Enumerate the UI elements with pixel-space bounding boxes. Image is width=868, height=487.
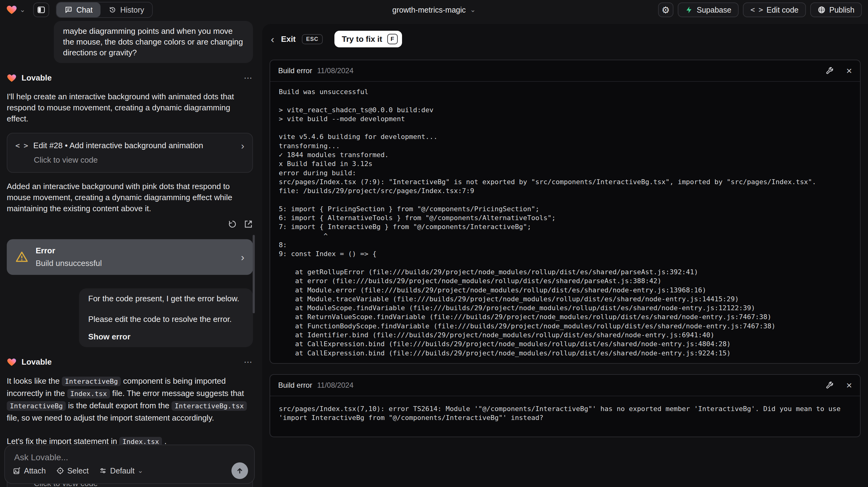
exit-button[interactable]: Exit — [281, 34, 296, 44]
edit-card-title: Edit #28 • Add interactive background an… — [33, 141, 203, 150]
chat-input-dock: Attach Select Default ⌄ — [4, 445, 255, 484]
panel-date: 11/08/2024 — [317, 66, 353, 75]
esc-shortcut-badge: ESC — [302, 34, 323, 44]
build-log: src/pages/Index.tsx(7,10): error TS2614:… — [270, 396, 860, 436]
toggle-sidebar-button[interactable] — [33, 2, 49, 17]
topbar-actions: ⚙ Supabase < > Edit code Publish — [658, 2, 862, 17]
panel-date: 11/08/2024 — [317, 381, 353, 390]
lovable-heart-icon — [6, 4, 17, 16]
user-message: For the code present, I get the error be… — [79, 288, 253, 347]
history-clock-icon — [108, 6, 117, 14]
top-bar: ⌄ Chat History growth-metrics-magic ⌄ ⚙ — [0, 0, 868, 20]
build-error-panel-header: Build error 11/08/2024 × — [270, 375, 860, 396]
tab-chat-label: Chat — [76, 5, 93, 14]
supabase-label: Supabase — [697, 5, 732, 14]
panel-title: Build error — [278, 66, 312, 75]
f-shortcut-badge: F — [387, 34, 398, 44]
chat-scrollbar[interactable] — [253, 235, 255, 313]
settings-button[interactable]: ⚙ — [658, 2, 674, 17]
wrench-fix-icon[interactable] — [825, 66, 834, 75]
chevron-down-icon: ⌄ — [20, 6, 25, 14]
warning-triangle-icon — [16, 250, 28, 264]
lovable-heart-icon — [7, 73, 17, 83]
globe-icon — [817, 6, 826, 14]
wrench-fix-icon[interactable] — [825, 381, 834, 390]
fix-pane-header: ‹ Exit ESC Try to fix it F — [262, 24, 868, 52]
code-brackets-icon: < > — [16, 142, 28, 150]
assistant-name: Lovable — [22, 73, 52, 83]
lovable-app: ⌄ Chat History growth-metrics-magic ⌄ ⚙ — [0, 0, 868, 487]
close-icon[interactable]: × — [846, 381, 852, 389]
arrow-up-icon — [236, 467, 244, 475]
error-card-title: Error — [36, 246, 102, 255]
gear-icon: ⚙ — [661, 5, 670, 16]
panel-left-icon — [37, 5, 45, 14]
chevron-right-icon: › — [241, 142, 244, 150]
publish-button[interactable]: Publish — [810, 2, 862, 17]
chat-bubble-icon — [65, 6, 72, 14]
chevron-left-icon: ‹ — [271, 34, 274, 44]
chevron-down-icon: ⌄ — [138, 467, 143, 475]
error-card[interactable]: Error Build unsuccessful › — [7, 239, 253, 275]
attach-button[interactable]: Attach — [13, 466, 46, 475]
assistant-message-header: Lovable ⋯ — [7, 357, 253, 367]
user-message: maybe diagramming points and when you mo… — [54, 21, 253, 63]
assistant-paragraph: It looks like the InteractiveBg componen… — [7, 375, 253, 424]
chat-history-tabs: Chat History — [56, 2, 153, 18]
restore-refresh-icon[interactable] — [228, 219, 237, 229]
open-external-icon[interactable] — [244, 219, 253, 229]
message-menu-button[interactable]: ⋯ — [244, 73, 253, 83]
supabase-bolt-icon — [685, 6, 693, 14]
chat-sidebar: maybe diagramming points and when you mo… — [0, 20, 260, 487]
assistant-paragraph: Added an interactive background with pin… — [7, 181, 253, 214]
fix-error-pane: ‹ Exit ESC Try to fix it F Build error 1… — [262, 24, 868, 487]
user-message-line: Please edit the code to resolve the erro… — [88, 314, 244, 325]
send-button[interactable] — [231, 462, 248, 479]
lovable-logo-menu[interactable]: ⌄ — [6, 4, 25, 16]
user-message-line: For the code present, I get the error be… — [88, 293, 244, 304]
assistant-paragraph: I'll help create an interactive backgrou… — [7, 91, 253, 124]
publish-label: Publish — [829, 5, 855, 14]
supabase-button[interactable]: Supabase — [678, 2, 739, 17]
message-menu-button[interactable]: ⋯ — [244, 357, 253, 367]
build-log: Build was unsuccessful > vite_react_shad… — [270, 82, 860, 363]
build-error-panel-1: Build error 11/08/2024 × Build was unsuc… — [270, 60, 861, 364]
tab-history-label: History — [120, 5, 144, 14]
try-to-fix-button[interactable]: Try to fix it F — [334, 31, 402, 47]
chevron-down-icon: ⌄ — [470, 6, 475, 14]
try-to-fix-label: Try to fix it — [342, 34, 382, 44]
chevron-right-icon: › — [241, 251, 244, 263]
assistant-message-header: Lovable ⋯ — [7, 73, 253, 83]
model-selector[interactable]: Default ⌄ — [99, 466, 143, 475]
edit-card-subtitle: Click to view code — [34, 155, 244, 165]
tab-history[interactable]: History — [100, 2, 152, 17]
lovable-heart-icon — [7, 357, 17, 367]
edit-code-button[interactable]: < > Edit code — [743, 2, 806, 17]
select-target-icon — [56, 467, 64, 475]
attach-label: Attach — [24, 466, 46, 475]
assistant-name: Lovable — [22, 357, 52, 367]
model-label: Default — [110, 466, 134, 475]
edit-card-28[interactable]: < > Edit #28 • Add interactive backgroun… — [7, 133, 253, 173]
panel-title: Build error — [278, 381, 312, 390]
project-switcher[interactable]: growth-metrics-magic ⌄ — [392, 5, 475, 14]
error-card-subtitle: Build unsuccessful — [36, 258, 102, 268]
sliders-icon — [99, 467, 107, 475]
attach-image-icon — [13, 467, 21, 475]
message-actions — [7, 219, 253, 229]
select-label: Select — [67, 466, 89, 475]
code-brackets-icon: < > — [750, 5, 763, 14]
build-error-panel-2: Build error 11/08/2024 × src/pages/Index… — [270, 374, 861, 437]
edit-code-label: Edit code — [767, 5, 799, 14]
show-error-link[interactable]: Show error — [88, 331, 244, 342]
build-error-panel-header: Build error 11/08/2024 × — [270, 60, 860, 82]
select-button[interactable]: Select — [56, 466, 89, 475]
project-name: growth-metrics-magic — [392, 5, 466, 14]
close-icon[interactable]: × — [846, 67, 852, 75]
tab-chat[interactable]: Chat — [57, 2, 100, 17]
